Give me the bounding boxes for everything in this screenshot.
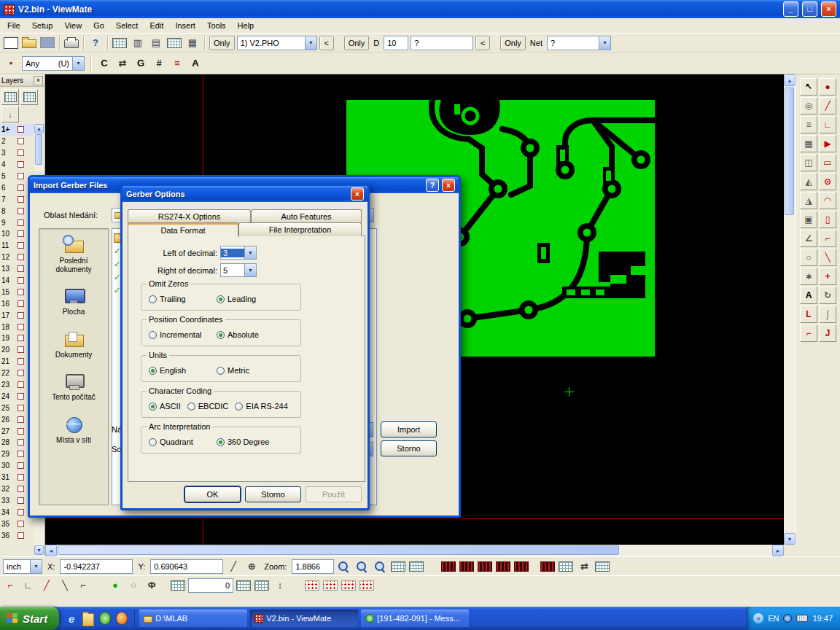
rotation-value-field[interactable]: 0 [188, 578, 233, 593]
menu-setup[interactable]: Setup [26, 20, 59, 31]
taskbar-clock[interactable]: 19:47 [812, 614, 833, 623]
menu-select[interactable]: Select [110, 20, 144, 31]
rectangle-tool[interactable]: ▭ [819, 154, 836, 171]
zoom-full-icon[interactable] [373, 560, 388, 573]
messenger-tray-icon[interactable] [783, 614, 792, 623]
layers-panel-close-icon[interactable]: × [34, 76, 43, 85]
copy-window-tool[interactable]: ◫ [800, 154, 817, 171]
rotate-tool[interactable]: ↻ [819, 287, 836, 304]
radio-leading[interactable]: Leading [217, 295, 284, 303]
measure-line-icon[interactable]: ╱ [226, 559, 241, 574]
radio-trailing[interactable]: Trailing [149, 295, 217, 303]
flip-vertical-tool[interactable]: ◭ [800, 173, 817, 190]
menu-go[interactable]: Go [88, 20, 110, 31]
pad-top-left-icon[interactable]: ⌐ [3, 578, 18, 593]
layer-visible-box[interactable] [18, 230, 24, 237]
tab-auto-features[interactable]: Auto Features [251, 209, 362, 223]
origin-target-icon[interactable]: ⊕ [244, 559, 259, 574]
layer-visible-box[interactable] [18, 324, 24, 330]
pan-origin-tool[interactable]: ◎ [800, 97, 817, 114]
aperture-grid-icon[interactable]: # [152, 56, 166, 71]
pattern-3-icon[interactable] [341, 580, 356, 591]
layer-down-arrow-button[interactable]: ↓ [1, 106, 19, 122]
lamp-icon[interactable]: ○ [126, 578, 141, 593]
layer-visible-box[interactable] [18, 161, 24, 168]
online-dot-icon[interactable]: ● [108, 578, 122, 593]
film-layer-1-icon[interactable] [441, 561, 456, 572]
grid-table-icon[interactable] [391, 561, 405, 572]
only-layer-toggle[interactable]: Only [209, 36, 235, 50]
phi-dcode-icon[interactable]: Φ [144, 578, 159, 593]
apply-button[interactable]: Použít [306, 486, 362, 502]
layer-visible-box[interactable] [18, 277, 24, 284]
pad-diag2-icon[interactable]: ╲ [58, 578, 72, 593]
layer-visible-box[interactable] [18, 254, 24, 260]
scrollbar-thumb[interactable] [785, 88, 794, 215]
radio-eia-rs-244[interactable]: EIA RS-244 [235, 402, 287, 411]
x-coordinate-field[interactable]: -0.942237 [60, 559, 133, 574]
layer-visible-box[interactable] [18, 173, 24, 179]
report-window-icon[interactable]: ▦ [185, 36, 200, 50]
layer-visible-box[interactable] [18, 381, 24, 388]
radio-quadrant[interactable]: Quadrant [149, 438, 217, 446]
print-icon[interactable] [64, 39, 79, 48]
dcode-filter-field[interactable]: ? [411, 36, 473, 50]
layer-visible-box[interactable] [18, 149, 24, 156]
layer-visible-box[interactable] [18, 219, 24, 226]
scroll-down-icon[interactable]: ▼ [784, 533, 796, 545]
layer-visible-box[interactable] [18, 393, 24, 400]
polyline-tool[interactable]: ∟ [819, 116, 836, 133]
layer-stack-button-1[interactable] [1, 89, 19, 105]
swap-view-icon[interactable]: ⇄ [577, 559, 591, 574]
zoom-circle-tool[interactable]: ○ [800, 249, 817, 266]
layer-visible-box[interactable] [18, 474, 24, 481]
corner-tool[interactable]: ⌐ [819, 230, 836, 247]
previous-dcode-button[interactable]: < [475, 36, 490, 50]
place-documents[interactable]: Dokumenty [39, 323, 108, 366]
context-help-icon[interactable]: ? [88, 36, 103, 50]
flip-horizontal-tool[interactable]: ◮ [800, 192, 817, 209]
radio-metric[interactable]: Metric [217, 366, 284, 375]
layer-visible-box[interactable] [18, 462, 24, 469]
layer-visible-box[interactable] [18, 346, 24, 353]
letter-l-tool[interactable]: L [800, 306, 817, 323]
text-tool[interactable]: A [800, 287, 817, 304]
layer-visible-box[interactable] [18, 265, 24, 272]
layer-visible-box[interactable] [18, 196, 24, 203]
layer-visible-box[interactable] [18, 439, 24, 446]
pan-updown-icon[interactable]: ↕ [273, 578, 287, 593]
line-tool[interactable]: ╱ [819, 97, 836, 114]
chevron-down-icon[interactable] [244, 246, 256, 259]
canvas-horizontal-scrollbar[interactable]: ◄ ► [45, 545, 784, 556]
scroll-down-icon[interactable]: ▼ [34, 545, 44, 555]
layer-row-3[interactable]: 3 [0, 147, 34, 159]
layer-visible-box[interactable] [18, 509, 24, 516]
net-select-combo[interactable]: ? [547, 36, 611, 50]
grid-on-icon[interactable] [171, 580, 185, 591]
film-layer-5-icon[interactable] [514, 561, 529, 572]
circle-dcode-icon[interactable]: C [97, 56, 112, 71]
select-tool[interactable]: ↖ [800, 78, 817, 96]
active-dcode-icon[interactable]: ▪ [4, 56, 18, 71]
dialog-help-icon[interactable]: ? [426, 179, 439, 192]
film-layer-3-icon[interactable] [478, 561, 492, 572]
zoom-window-icon[interactable] [355, 560, 370, 573]
layer-visible-box[interactable] [18, 312, 24, 319]
left-of-decimal-combo[interactable]: 3 [220, 246, 257, 260]
circle-tool[interactable]: ⊙ [819, 173, 836, 190]
import-button[interactable]: Import [381, 421, 437, 438]
layer-visible-box[interactable] [18, 126, 24, 133]
dcode-value-field[interactable]: 10 [384, 36, 408, 50]
menu-insert[interactable]: Insert [169, 20, 201, 31]
right-of-decimal-combo[interactable]: 5 [220, 263, 257, 277]
layer-visible-box[interactable] [18, 405, 24, 411]
dcode-table-icon[interactable] [112, 38, 127, 48]
aperture-filter-combo[interactable]: Any (U) [22, 56, 85, 71]
gerber-code-icon[interactable]: G [133, 56, 148, 71]
place-my-computer[interactable]: Tento počítač [39, 365, 108, 408]
pattern-2-icon[interactable] [323, 580, 338, 591]
cross-pad-tool[interactable]: + [819, 268, 836, 285]
layer-row-35[interactable]: 35 [0, 518, 34, 529]
layer-visible-box[interactable] [18, 208, 24, 214]
layer-visible-box[interactable] [18, 428, 24, 435]
